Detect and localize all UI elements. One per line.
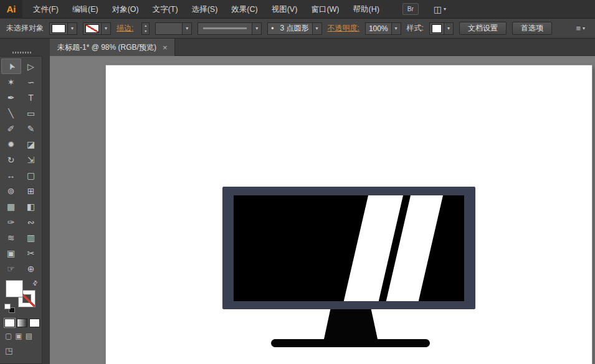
monitor-stand-shape[interactable]: [324, 309, 378, 339]
swap-fill-stroke-icon[interactable]: ⇄: [31, 279, 39, 287]
free-transform-tool-icon: ▢: [27, 170, 35, 180]
color-button[interactable]: [4, 319, 15, 327]
stroke-color-dropdown[interactable]: ▾: [83, 22, 111, 35]
menu-edit[interactable]: 编辑(E): [65, 0, 105, 19]
monitor-screen-shape[interactable]: [234, 195, 464, 301]
none-button[interactable]: [29, 319, 40, 327]
fill-swatch: [52, 24, 65, 33]
artboard-tool[interactable]: ▣: [1, 245, 21, 261]
width-profile-dropdown[interactable]: ▾: [198, 22, 262, 35]
scale-tool[interactable]: ⇲: [21, 152, 41, 167]
lasso-tool[interactable]: ∽: [21, 74, 41, 90]
paintbrush-tool[interactable]: ✐: [1, 121, 21, 136]
pen-tool-icon: ✒: [7, 93, 15, 103]
column-graph-tool[interactable]: ▥: [21, 230, 41, 245]
menu-type[interactable]: 文字(T): [146, 0, 185, 19]
gradient-button[interactable]: [17, 319, 27, 327]
preferences-button[interactable]: 首选项: [512, 22, 552, 35]
change-screen-mode-button[interactable]: ◳: [5, 346, 12, 355]
draw-behind-button[interactable]: ▣: [15, 332, 22, 340]
style-dropdown[interactable]: ▾: [429, 22, 454, 35]
eyedropper-tool-icon: ✑: [7, 217, 15, 227]
menu-bar-right: Br ◫ ▾: [402, 3, 446, 15]
menu-window[interactable]: 窗口(W): [304, 0, 346, 19]
width-tool[interactable]: ↔: [1, 167, 21, 183]
magic-wand-tool[interactable]: ✶: [1, 74, 21, 90]
blend-tool-icon: ∾: [27, 217, 35, 227]
stroke-none-swatch: [85, 24, 99, 33]
draw-normal-button[interactable]: ▢: [5, 332, 12, 340]
blob-brush-tool[interactable]: ✹: [1, 136, 21, 152]
hand-tool-icon: ☞: [7, 264, 15, 274]
eraser-tool[interactable]: ◪: [21, 136, 41, 152]
control-panel-menu-button[interactable]: ≡ ▾: [576, 24, 585, 33]
monitor-base-shape[interactable]: [271, 339, 430, 347]
free-transform-tool[interactable]: ▢: [21, 167, 41, 183]
shape-builder-tool[interactable]: ⊚: [1, 183, 21, 198]
pencil-tool[interactable]: ✎: [21, 121, 41, 136]
illustrator-window: Ai 文件(F) 编辑(E) 对象(O) 文字(T) 选择(S) 效果(C) 视…: [0, 0, 595, 364]
brush-definition-dropdown[interactable]: • 3 点圆形 ▾: [267, 22, 321, 35]
blob-brush-tool-icon: ✹: [7, 139, 15, 149]
hand-tool[interactable]: ☞: [1, 261, 21, 276]
bridge-button[interactable]: Br: [402, 3, 419, 15]
pencil-tool-icon: ✎: [27, 124, 35, 134]
fill-color-dropdown[interactable]: ▾: [49, 22, 77, 35]
zoom-tool[interactable]: ⊕: [21, 261, 41, 276]
selection-tool-icon: ➤: [5, 61, 17, 72]
menu-select[interactable]: 选择(S): [185, 0, 225, 19]
rectangle-tool[interactable]: ▭: [21, 105, 41, 121]
rotate-tool[interactable]: ↻: [1, 152, 21, 167]
menu-help[interactable]: 帮助(H): [346, 0, 386, 19]
type-tool[interactable]: T: [21, 90, 41, 105]
chevron-down-icon: ▾: [71, 26, 74, 31]
shape-builder-tool-icon: ⊚: [7, 186, 15, 196]
default-fill-stroke-icon[interactable]: [4, 304, 15, 313]
canvas-area[interactable]: [50, 56, 595, 364]
opacity-dropdown[interactable]: 100% ▾: [365, 22, 401, 35]
gradient-tool[interactable]: ◧: [21, 198, 41, 214]
document-tab-bar: 未标题-1* @ 98% (RGB/预览) ×: [50, 39, 595, 56]
artboard[interactable]: [106, 65, 592, 364]
eyedropper-tool[interactable]: ✑: [1, 214, 21, 230]
document-tab[interactable]: 未标题-1* @ 98% (RGB/预览) ×: [50, 39, 175, 56]
slice-tool[interactable]: ✂: [21, 245, 41, 261]
lasso-tool-icon: ∽: [27, 77, 35, 87]
menu-file[interactable]: 文件(F): [26, 0, 65, 19]
menu-view[interactable]: 视图(V): [265, 0, 305, 19]
stroke-weight-dropdown[interactable]: ▾: [155, 22, 192, 35]
panel-grip-handle[interactable]: [12, 52, 31, 54]
blend-tool[interactable]: ∾: [21, 214, 41, 230]
opacity-panel-link[interactable]: 不透明度:: [328, 23, 359, 34]
menu-effect[interactable]: 效果(C): [224, 0, 264, 19]
app-logo-icon[interactable]: Ai: [0, 0, 22, 19]
fill-color-proxy[interactable]: [6, 281, 22, 297]
symbol-sprayer-tool[interactable]: ≋: [1, 230, 21, 245]
rotate-tool-icon: ↻: [7, 155, 15, 165]
scale-tool-icon: ⇲: [27, 155, 35, 165]
chevron-down-icon: ▾: [395, 26, 397, 31]
chevron-down-icon: ▾: [447, 26, 450, 31]
direct-selection-tool-icon: ▷: [27, 62, 34, 72]
mesh-tool[interactable]: ▦: [1, 198, 21, 214]
workspace-icon: ◫: [434, 4, 442, 14]
stroke-panel-link[interactable]: 描边:: [117, 23, 133, 34]
document-tab-title: 未标题-1* @ 98% (RGB/预览): [57, 42, 156, 53]
draw-inside-button[interactable]: ▤: [26, 332, 32, 340]
document-setup-button[interactable]: 文档设置: [459, 22, 507, 35]
gradient-tool-icon: ◧: [27, 202, 35, 212]
tab-close-icon[interactable]: ×: [163, 44, 168, 52]
chevron-down-icon: ▾: [316, 26, 318, 31]
stroke-weight-stepper[interactable]: ▴ ▾: [141, 22, 150, 35]
chevron-down-icon: ▾: [255, 26, 258, 31]
column-graph-tool-icon: ▥: [27, 233, 35, 243]
line-segment-tool[interactable]: ╲: [1, 105, 21, 121]
selection-tool[interactable]: ➤: [1, 58, 21, 74]
spin-down-icon: ▾: [142, 29, 149, 34]
pen-tool[interactable]: ✒: [1, 90, 21, 105]
menu-object[interactable]: 对象(O): [105, 0, 146, 19]
chevron-down-icon: ▾: [444, 6, 446, 12]
perspective-grid-tool[interactable]: ⊞: [21, 183, 41, 198]
direct-selection-tool[interactable]: ▷: [21, 58, 41, 74]
workspace-switcher[interactable]: ◫ ▾: [434, 4, 446, 14]
